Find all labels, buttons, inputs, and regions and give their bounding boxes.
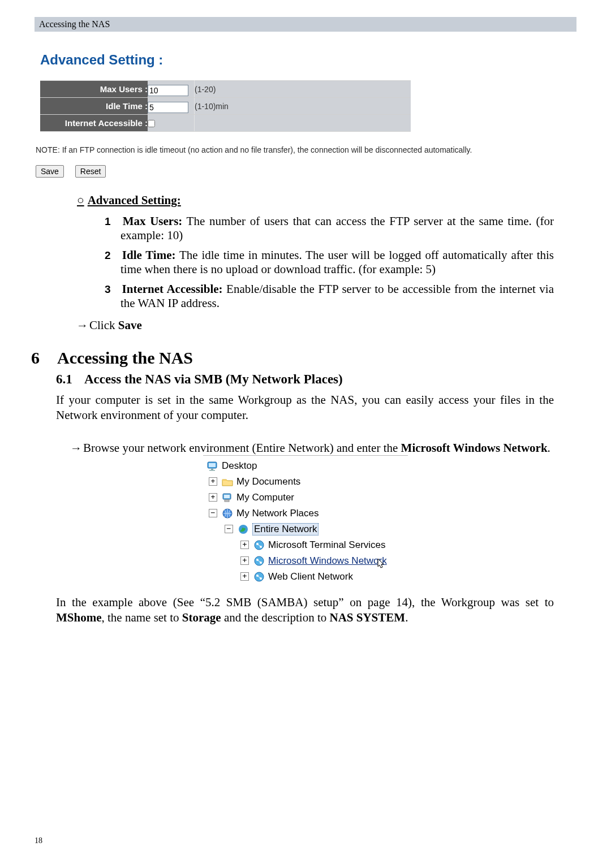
- section-6-1-heading: 6.1Access the NAS via SMB (My Network Pl…: [56, 372, 576, 387]
- svg-rect-6: [225, 500, 229, 502]
- cursor-icon: [377, 558, 386, 570]
- idle-time-label: Idle Time :: [40, 98, 148, 115]
- list-item: 2 Idle Time: The idle time in minutes. T…: [121, 248, 554, 277]
- ftp-idle-note: NOTE: If an FTP connection is idle timeo…: [36, 145, 576, 154]
- circle-bullet-icon: ○: [77, 193, 84, 207]
- tree-node-ms-terminal-services[interactable]: + Microsoft Terminal Services: [203, 537, 408, 553]
- table-row: Max Users : (1-20): [40, 81, 411, 98]
- page-number: 18: [35, 836, 42, 845]
- ms-windows-network-link[interactable]: Microsoft Windows Network: [268, 555, 387, 567]
- internet-accessible-label: Internet Accessible :: [40, 115, 148, 132]
- term-max-users: Max Users:: [123, 214, 183, 228]
- max-users-input[interactable]: [148, 85, 188, 96]
- expand-icon[interactable]: +: [240, 556, 249, 565]
- tree-node-desktop[interactable]: Desktop: [203, 458, 408, 474]
- section-title: Accessing the NAS: [57, 348, 193, 367]
- tree-node-ms-windows-network[interactable]: + Microsoft Windows Network: [203, 553, 408, 569]
- list-number: 2: [105, 249, 118, 262]
- advanced-setting-list: 1 Max Users: The number of users that ca…: [121, 214, 554, 310]
- network-places-icon: [221, 508, 234, 519]
- collapse-icon[interactable]: −: [209, 509, 217, 517]
- network-icon: [253, 555, 265, 567]
- expand-icon[interactable]: +: [240, 572, 249, 581]
- selected-node-label: Entire Network: [252, 523, 319, 536]
- idle-time-hint: (1-10)min: [195, 98, 411, 115]
- expand-icon[interactable]: +: [209, 477, 217, 486]
- browse-instruction: → Browse your network environment (Entir…: [83, 441, 554, 455]
- desc-idle-time: The idle time in minutes. The user will …: [121, 248, 554, 276]
- subsection-title: Access the NAS via SMB (My Network Place…: [84, 372, 343, 386]
- term-internet-accessible: Internet Accessible:: [122, 282, 223, 296]
- svg-rect-2: [211, 469, 213, 470]
- expand-icon[interactable]: +: [240, 541, 249, 549]
- advanced-setting-heading: ○Advanced Setting:: [77, 193, 576, 208]
- arrow-icon: →: [76, 318, 88, 332]
- explorer-tree: Desktop + My Documents + My Computer − M…: [203, 455, 408, 582]
- max-users-label: Max Users :: [40, 81, 148, 98]
- reset-button[interactable]: Reset: [75, 165, 106, 178]
- internet-accessible-checkbox[interactable]: [148, 120, 155, 127]
- table-row: Internet Accessible :: [40, 115, 411, 132]
- max-users-hint: (1-20): [195, 81, 411, 98]
- idle-time-cell: [148, 98, 195, 115]
- table-row: Idle Time : (1-10)min: [40, 98, 411, 115]
- subsection-number: 6.1: [56, 372, 84, 387]
- desktop-icon: [206, 460, 219, 472]
- click-save-line: →Click Save: [76, 318, 576, 332]
- tree-node-my-network-places[interactable]: − My Network Places: [203, 506, 408, 521]
- save-button[interactable]: Save: [36, 165, 64, 178]
- computer-icon: [221, 492, 234, 503]
- idle-time-input[interactable]: [148, 102, 188, 113]
- list-item: 3 Internet Accessible: Enable/disable th…: [121, 282, 554, 310]
- network-icon: [253, 539, 265, 551]
- desc-max-users: The number of users that can access the …: [121, 214, 554, 242]
- settings-table: Max Users : (1-20) Idle Time : (1-10)min…: [40, 80, 411, 132]
- max-users-cell: [148, 81, 195, 98]
- svg-rect-5: [224, 495, 230, 498]
- tree-node-my-documents[interactable]: + My Documents: [203, 474, 408, 490]
- section-6-heading: 6Accessing the NAS: [35, 348, 576, 368]
- panel-title: Advanced Setting :: [40, 52, 576, 68]
- advanced-setting-panel: Advanced Setting : Max Users : (1-20) Id…: [35, 52, 576, 178]
- tree-node-my-computer[interactable]: + My Computer: [203, 490, 408, 506]
- section-number: 6: [31, 348, 57, 368]
- svg-rect-3: [209, 470, 215, 471]
- folder-icon: [221, 476, 234, 487]
- list-number: 3: [105, 283, 118, 296]
- collapse-icon[interactable]: −: [225, 525, 233, 533]
- example-paragraph: In the example above (See “5.2 SMB (SAMB…: [56, 595, 554, 626]
- internet-accessible-hint: [195, 115, 411, 132]
- page-header: Accessing the NAS: [35, 17, 576, 32]
- breadcrumb: Accessing the NAS: [39, 19, 110, 29]
- list-item: 1 Max Users: The number of users that ca…: [121, 214, 554, 243]
- internet-accessible-cell: [148, 115, 195, 132]
- svg-rect-1: [209, 463, 216, 467]
- arrow-icon: →: [70, 441, 82, 455]
- section-6-1-intro: If your computer is set in the same Work…: [56, 392, 554, 423]
- globe-icon: [237, 524, 249, 535]
- term-idle-time: Idle Time:: [122, 248, 176, 262]
- tree-node-web-client-network[interactable]: + Web Client Network: [203, 569, 408, 585]
- network-icon: [253, 571, 265, 582]
- tree-node-entire-network[interactable]: − Entire Network: [203, 521, 408, 537]
- button-row: Save Reset: [36, 163, 576, 178]
- list-number: 1: [105, 215, 118, 228]
- expand-icon[interactable]: +: [209, 493, 217, 502]
